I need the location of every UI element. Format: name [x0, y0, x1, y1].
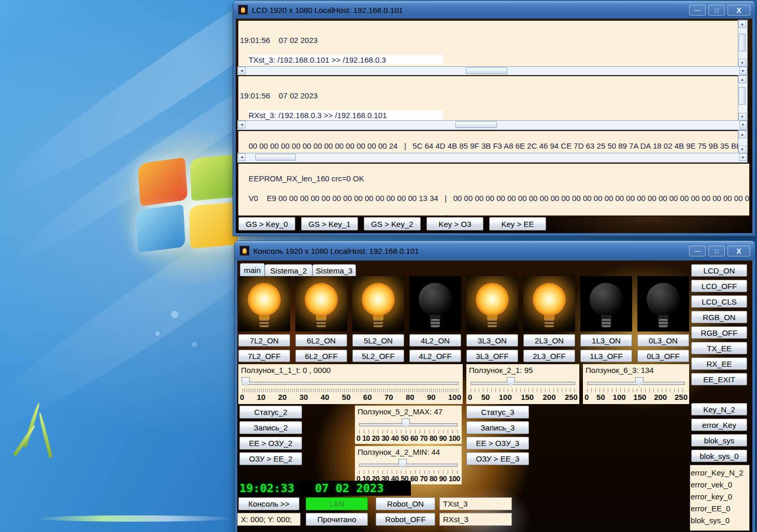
rx-vertical-scrollbar[interactable]: ▲ ▼ — [738, 75, 748, 121]
eeprom-log-area[interactable]: EEPROM_RX_len_160 crc=0 OK V0 E9 00 00 0… — [237, 163, 750, 217]
bulb-off-button[interactable]: 1L3_OFF — [580, 350, 632, 362]
slider-thumb[interactable] — [241, 377, 250, 386]
scroll-left-icon[interactable]: ◄ — [238, 153, 246, 161]
tick-label: 40 — [391, 434, 399, 442]
rx-horizontal-scrollbar[interactable]: ◄ ► — [237, 120, 748, 130]
lcd-key-button[interactable]: Key > EE — [489, 217, 546, 231]
robot-off-button[interactable]: Robot_OFF — [376, 513, 435, 526]
system2-button[interactable]: Статус_2 — [239, 406, 302, 419]
lcd-key-button[interactable]: GS > Key_0 — [238, 217, 295, 231]
scroll-thumb[interactable] — [455, 121, 497, 128]
bulb-off-button[interactable]: 4L2_OFF — [409, 350, 461, 362]
maximize-icon[interactable]: □ — [708, 5, 725, 16]
bulb-on-button[interactable]: 7L2_ON — [238, 334, 290, 347]
system3-button[interactable]: EE > ОЗУ_3 — [466, 437, 529, 450]
dump-vertical-scrollbar[interactable]: ▲ ▼ — [738, 130, 748, 154]
lan-status-button[interactable]: LAN — [306, 497, 368, 510]
bulb-off-button[interactable]: 7L2_OFF — [238, 350, 290, 362]
sidebar-button[interactable]: LCD_ON — [691, 264, 747, 277]
bulb-off-button[interactable]: 0L3_OFF — [637, 350, 689, 362]
error-log-line: error_EE_0 — [691, 502, 749, 514]
bulb-off-button[interactable]: 2L3_OFF — [523, 350, 575, 362]
tab-main[interactable]: main — [240, 263, 265, 276]
sidebar-button[interactable]: LCD_OFF — [691, 280, 747, 292]
system2-button[interactable]: Запись_2 — [239, 421, 302, 434]
scroll-thumb[interactable] — [255, 154, 296, 161]
system2-button[interactable]: ОЗУ > EE_2 — [239, 452, 302, 465]
txst3-field[interactable]: TXst_3 — [439, 497, 512, 510]
bulb-on-button[interactable]: 1L3_ON — [580, 334, 632, 347]
sidebar-button[interactable]: blok_sys_0 — [691, 450, 747, 462]
dump-horizontal-scrollbar[interactable]: ◄ ► — [237, 153, 748, 163]
bulb-off-button[interactable]: 3L3_OFF — [466, 350, 518, 362]
bulb-on-button[interactable]: 0L3_ON — [637, 334, 689, 347]
bulb-on-button[interactable]: 3L3_ON — [466, 334, 518, 347]
scroll-up-icon[interactable]: ▲ — [738, 76, 746, 83]
bulb-on-button[interactable]: 6L2_ON — [295, 334, 347, 347]
slider-thumb[interactable] — [398, 459, 407, 468]
system2-button[interactable]: EE > ОЗУ_2 — [239, 437, 302, 450]
sidebar-button[interactable]: error_Key — [691, 419, 747, 431]
tab-sistema-3[interactable]: Sistema_3 — [312, 264, 356, 276]
sidebar-button[interactable]: RGB_ON — [691, 311, 747, 323]
xy-coordinates-field[interactable]: X: 000; Y: 000; — [237, 513, 301, 526]
tx-vertical-scrollbar[interactable]: ▲ ▼ — [738, 20, 748, 67]
lcd-titlebar[interactable]: LCD 1920 x 1080 LocalHost: 192.168.0.101… — [233, 1, 755, 19]
maximize-icon[interactable]: □ — [708, 246, 725, 256]
tx-log-area[interactable]: 19:01:56 07 02 2023 TXst_3: /192.168.0.1… — [237, 20, 740, 68]
windows-logo-red-pane — [137, 157, 188, 207]
slider-thumb[interactable] — [402, 419, 410, 428]
bulb-on-button[interactable]: 4L2_ON — [409, 334, 461, 347]
scroll-right-icon[interactable]: ► — [739, 67, 747, 75]
bulb-off-button[interactable]: 5L2_OFF — [352, 350, 404, 362]
sidebar-button[interactable]: blok_sys — [691, 434, 747, 447]
console-titlebar[interactable]: Консоль 1920 x 1080 LocalHost: 192.168.0… — [235, 241, 755, 261]
scroll-thumb[interactable] — [466, 67, 507, 74]
bulb-off-button[interactable]: 6L2_OFF — [295, 350, 347, 362]
sidebar-button[interactable]: RGB_OFF — [691, 326, 747, 339]
console-button[interactable]: Консоль >> — [238, 497, 299, 510]
scroll-down-icon[interactable]: ▼ — [738, 59, 746, 67]
rx-log-area[interactable]: 19:01:56 07 02 2023 RXst_3: /192.168.0.3… — [237, 75, 740, 122]
minimize-icon[interactable]: — — [689, 246, 706, 256]
sidebar-button[interactable]: Key_N_2 — [691, 403, 747, 415]
scroll-down-icon[interactable]: ▼ — [738, 146, 746, 153]
scroll-right-icon[interactable]: ► — [739, 153, 747, 161]
robot-on-button[interactable]: Robot_ON — [376, 497, 435, 510]
slider-thumb[interactable] — [507, 377, 515, 386]
system3-button[interactable]: Статус_3 — [466, 406, 529, 419]
error-log-area[interactable]: error_Key_N_2error_vek_0error_key_0error… — [690, 465, 750, 531]
slider-track[interactable] — [359, 464, 458, 467]
scroll-thumb[interactable] — [739, 34, 746, 51]
minimize-icon[interactable]: — — [689, 5, 706, 16]
close-icon[interactable]: X — [727, 5, 750, 16]
dump-log-area[interactable]: 00 00 00 00 00 00 00 00 00 00 00 00 00 2… — [237, 130, 740, 155]
scroll-down-icon[interactable]: ▼ — [738, 113, 746, 121]
bulb-on-button[interactable]: 5L2_ON — [352, 334, 404, 347]
scroll-thumb[interactable] — [739, 87, 746, 105]
scroll-right-icon[interactable]: ► — [739, 121, 747, 128]
sidebar-button[interactable]: EE_EXIT — [691, 373, 747, 385]
lcd-key-button[interactable]: Key > O3 — [426, 217, 483, 231]
close-icon[interactable]: X — [727, 246, 750, 256]
slider-thumb[interactable] — [635, 377, 644, 386]
scroll-left-icon[interactable]: ◄ — [238, 121, 246, 128]
lcd-key-button[interactable]: GS > Key_1 — [301, 217, 358, 231]
sidebar-button[interactable]: TX_EE — [691, 342, 747, 354]
scroll-left-icon[interactable]: ◄ — [238, 67, 246, 75]
bulb-on-button[interactable]: 2L3_ON — [523, 334, 575, 347]
slider-scale: 0102030405060708090100 — [240, 393, 461, 401]
sidebar-button[interactable]: LCD_CLS — [691, 295, 747, 308]
lcd-key-button[interactable]: GS > Key_2 — [364, 217, 421, 231]
sidebar-button[interactable]: RX_EE — [691, 357, 747, 370]
scroll-up-icon[interactable]: ▲ — [738, 131, 746, 138]
eeprom-v0-line: V0 E9 00 00 00 00 00 00 00 00 00 00 00 0… — [249, 194, 750, 203]
slider-track[interactable] — [470, 382, 575, 385]
system3-button[interactable]: Запись_3 — [466, 421, 529, 434]
rxst3-field[interactable]: RXst_3 — [439, 513, 512, 526]
scroll-up-icon[interactable]: ▲ — [738, 20, 746, 28]
system3-button[interactable]: ОЗУ > EE_3 — [466, 452, 529, 465]
slider-track[interactable] — [242, 382, 459, 385]
read-button[interactable]: Прочитано — [306, 513, 368, 526]
tab-sistema-2[interactable]: Sistema_2 — [265, 264, 312, 276]
